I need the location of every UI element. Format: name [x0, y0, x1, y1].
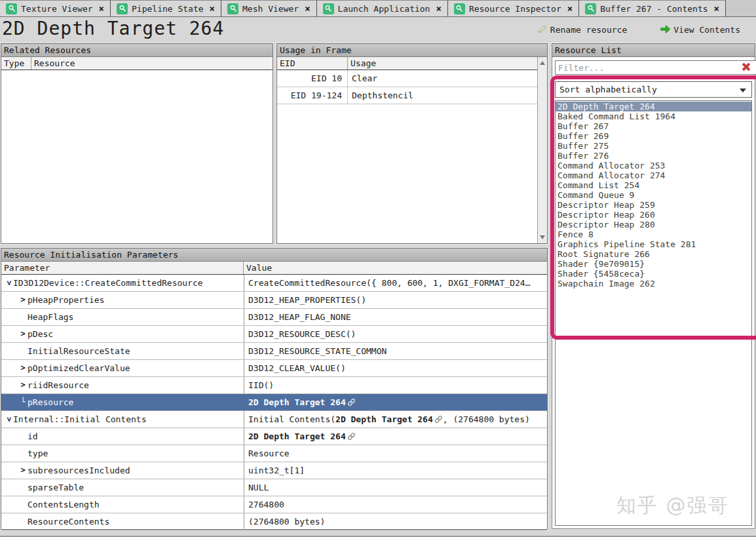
param-row-initialresourcestate[interactable]: InitialResourceStateD3D12_RESOURCE_STATE… [1, 343, 547, 360]
filter-input[interactable] [555, 60, 756, 75]
link-icon [346, 397, 356, 407]
list-item[interactable]: Command Allocator 253 [556, 161, 751, 170]
tab-pipeline-state[interactable]: Pipeline State× [111, 0, 221, 16]
link-icon [346, 431, 356, 441]
param-row-presource[interactable]: └pResource2D Depth Target 264 [1, 394, 547, 411]
param-name: pHeapProperties [28, 292, 104, 308]
list-item[interactable]: Fence 8 [556, 229, 751, 239]
list-item[interactable]: Graphics Pipeline State 281 [556, 239, 751, 249]
usage-rows: EID 10ClearEID 19-124Depthstencil [277, 70, 547, 104]
view-contents-button[interactable]: View Contents [660, 24, 740, 36]
param-row-contentslength[interactable]: ContentsLength2764800 [1, 496, 547, 513]
param-rows: >ID3D12Device::CreateCommittedResourceCr… [1, 275, 547, 530]
scroll-up-icon[interactable] [540, 61, 545, 65]
renderdoc-window: Texture Viewer×Pipeline State×Mesh Viewe… [0, 0, 756, 537]
scroll-down-icon[interactable] [540, 235, 545, 239]
close-icon[interactable]: × [303, 3, 310, 14]
resource-link[interactable]: 2D Depth Target 264 [248, 397, 346, 407]
close-icon[interactable]: × [434, 3, 441, 14]
param-row-subresourcesincluded[interactable]: >subresourcesIncludeduint32_t[1] [1, 462, 547, 479]
param-row-pdesc[interactable]: >pDescD3D12_RESOURCE_DESC() [1, 326, 547, 343]
param-value: 2D Depth Target 264 [244, 394, 547, 410]
list-item[interactable]: Descriptor Heap 280 [556, 220, 751, 229]
list-item[interactable]: Buffer 267 [556, 121, 751, 131]
param-row-poptimizedclearvalue[interactable]: >pOptimizedClearValueD3D12_CLEAR_VALUE() [1, 360, 547, 377]
column-usage[interactable]: Usage [348, 57, 379, 70]
tab-label: Pipeline State [132, 4, 204, 14]
expander-icon[interactable]: > [18, 360, 28, 376]
param-row-internal-initial-contents[interactable]: >Internal::Initial ContentsInitial Conte… [1, 411, 547, 428]
pencil-icon [537, 24, 548, 36]
column-parameter[interactable]: Parameter [1, 262, 244, 274]
close-icon[interactable]: × [97, 3, 104, 14]
param-name: sparseTable [28, 479, 84, 496]
usage-scrollbar[interactable] [537, 57, 547, 243]
list-item[interactable]: Command Allocator 274 [556, 170, 751, 180]
param-row-id3d12device-createcommittedresource[interactable]: >ID3D12Device::CreateCommittedResourceCr… [1, 275, 547, 292]
value-text: , (2764800 bytes) [443, 414, 530, 424]
expander-icon[interactable]: > [1, 279, 17, 288]
tab-launch-application[interactable]: Launch Application× [317, 0, 448, 16]
column-eid[interactable]: EID [277, 57, 348, 70]
list-item[interactable]: Buffer 269 [556, 131, 751, 141]
param-row-riidresource[interactable]: >riidResourceIID() [1, 377, 547, 394]
column-value[interactable]: Value [244, 262, 274, 274]
list-item[interactable]: 2D Depth Target 264 [556, 102, 751, 111]
related-resources-panel: Related Resources Type Resource [1, 43, 273, 244]
close-icon[interactable]: × [565, 3, 573, 14]
param-name: InitialResourceState [28, 343, 130, 359]
param-row-id[interactable]: id2D Depth Target 264 [1, 428, 547, 445]
value-text: D3D12_RESOURCE_STATE_COMMON [248, 346, 387, 356]
tab-resource-inspector[interactable]: Resource Inspector× [448, 0, 579, 16]
param-value: 2764800 [244, 496, 547, 513]
param-row-heapflags[interactable]: HeapFlagsD3D12_HEAP_FLAG_NONE [1, 309, 547, 326]
close-icon[interactable]: × [208, 3, 215, 14]
expander-icon[interactable]: > [18, 462, 28, 479]
resource-link[interactable]: 2D Depth Target 264 [335, 414, 433, 424]
green-arrow-icon [660, 24, 671, 36]
param-name: ID3D12Device::CreateCommittedResource [13, 275, 203, 291]
param-name: pDesc [28, 326, 53, 342]
resource-link[interactable]: 2D Depth Target 264 [248, 431, 346, 441]
rename-resource-button[interactable]: Rename resource [537, 24, 627, 36]
sort-dropdown[interactable]: Sort alphabetically [555, 81, 752, 98]
init-params-panel: Resource Initialisation Parameters Param… [1, 248, 548, 530]
list-item[interactable]: Descriptor Heap 260 [556, 210, 751, 220]
list-item[interactable]: Buffer 276 [556, 151, 751, 161]
param-name: type [28, 445, 48, 462]
rename-resource-label: Rename resource [550, 25, 627, 35]
list-item[interactable]: Buffer 275 [556, 141, 751, 151]
expander-icon[interactable]: > [1, 415, 17, 424]
list-item[interactable]: Command List 254 [556, 180, 751, 190]
column-resource[interactable]: Resource [31, 57, 78, 70]
tab-texture-viewer[interactable]: Texture Viewer× [0, 0, 111, 16]
usage-eid: EID 10 [277, 70, 348, 87]
param-row-sparsetable[interactable]: sparseTableNULL [1, 479, 547, 496]
column-type[interactable]: Type [1, 57, 31, 70]
list-item[interactable]: Swapchain Image 262 [556, 279, 751, 288]
expander-icon[interactable]: > [18, 377, 28, 393]
list-item[interactable]: Root Signature 266 [556, 249, 751, 259]
param-row-type[interactable]: typeResource [1, 445, 547, 462]
close-icon[interactable]: × [712, 3, 719, 14]
list-item[interactable]: Shader {9e709015} [556, 259, 751, 269]
tab-mesh-viewer[interactable]: Mesh Viewer× [221, 0, 317, 16]
param-row-pheapproperties[interactable]: >pHeapPropertiesD3D12_HEAP_PROPERTIES() [1, 292, 547, 309]
list-item[interactable]: Baked Command List 1964 [556, 111, 751, 121]
link-icon [433, 414, 443, 424]
usage-row[interactable]: EID 10Clear [277, 70, 547, 87]
expander-icon[interactable]: > [18, 326, 28, 342]
param-row-resourcecontents[interactable]: ResourceContents(2764800 bytes) [1, 513, 547, 530]
usage-in-frame-title: Usage in Frame [277, 44, 547, 57]
tab-buffer-267-contents[interactable]: Buffer 267 - Contents× [579, 0, 726, 16]
clear-filter-icon[interactable] [741, 62, 751, 72]
list-item[interactable]: Shader {5458ceca} [556, 269, 751, 279]
expander-icon[interactable]: > [18, 292, 28, 308]
watermark: 知乎 @强哥 [616, 492, 729, 519]
value-text: Initial Contents( [248, 414, 335, 424]
usage-row[interactable]: EID 19-124Depthstencil [277, 87, 547, 104]
list-item[interactable]: Descriptor Heap 259 [556, 200, 751, 210]
param-value: D3D12_HEAP_PROPERTIES() [244, 292, 547, 308]
list-item[interactable]: Command Queue 9 [556, 190, 751, 200]
value-text: Resource [248, 448, 290, 458]
